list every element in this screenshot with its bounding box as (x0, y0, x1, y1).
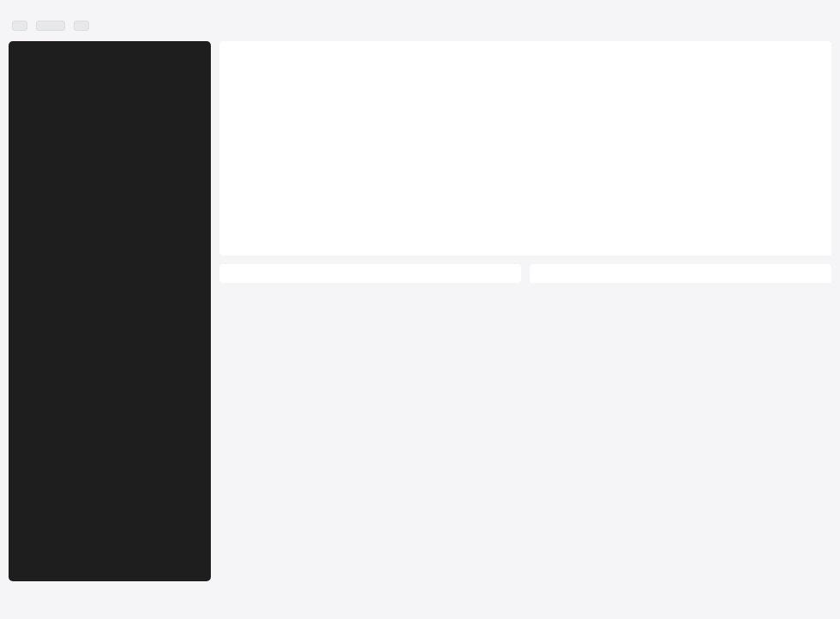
top-pages-table (219, 264, 521, 283)
stats-panel (9, 41, 211, 581)
date-range-display[interactable] (36, 21, 65, 31)
header (0, 0, 840, 17)
date-range-picker (12, 21, 27, 31)
top-referrers-table (530, 264, 831, 283)
granularity-picker (74, 21, 89, 31)
chart-card (219, 41, 831, 255)
controls-bar (0, 17, 840, 41)
traffic-chart[interactable] (237, 58, 814, 247)
